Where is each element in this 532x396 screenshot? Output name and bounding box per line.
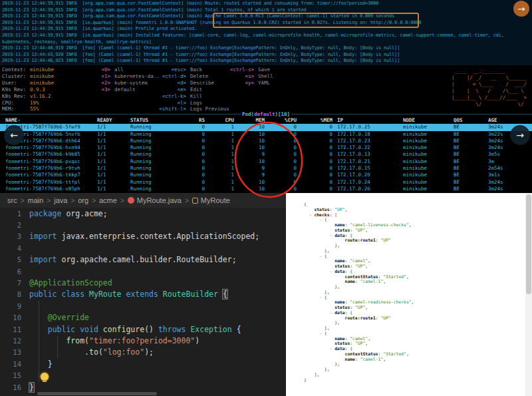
info-label: CPU: [2, 100, 30, 106]
column-header-status[interactable]: STATUS [130, 117, 178, 124]
code-line[interactable]: 9 [0, 300, 286, 311]
hotkey-item[interactable]: <y>YAML [222, 80, 273, 87]
hotkey-item[interactable]: <ctrl-s>Save [222, 67, 273, 73]
info-label: K9s Rev: [2, 87, 30, 93]
scroll-left-button[interactable]: ← [4, 125, 24, 145]
hotkey-label: Edit [190, 87, 202, 93]
line-number: 10 [0, 313, 29, 321]
pod-table: NAME↑READYSTATUSRSCPUMEM%CPU%MEMIPNODEQO… [0, 117, 532, 192]
editor-code[interactable]: 1package org.acme;23import javax.enterpr… [0, 208, 286, 393]
cluster-info-row: User:minikube [2, 80, 54, 87]
scroll-right-button[interactable]: → [510, 125, 530, 145]
json-scrollbar[interactable] [525, 193, 532, 396]
k9s-commands-2: <ctrl-s>Save<s>Shell<y>YAML [222, 67, 273, 87]
pod-row[interactable]: foometri-7587f769b6-5fwf91/1Running01100… [0, 124, 532, 130]
hotkey-item[interactable]: <l>Logs [156, 100, 229, 106]
column-header-pctmem[interactable]: %MEM [297, 117, 332, 124]
column-header-node[interactable]: NODE [403, 117, 454, 124]
hotkey-item[interactable]: <s>Shell [222, 73, 273, 80]
indent-guide [39, 301, 39, 382]
code-line[interactable]: 13 .to("log:foo"); [0, 347, 286, 358]
k9s-namespaces: <0>all<1>kubernetes-da..<2>kube-system<3… [98, 67, 160, 93]
column-header-mem[interactable]: MEM [234, 117, 265, 124]
code-line[interactable]: 8public class MyRoute extends RouteBuild… [0, 289, 286, 300]
breadcrumb-item[interactable]: acme [99, 196, 117, 204]
column-header-name[interactable]: NAME↑ [5, 117, 97, 124]
column-header-qos[interactable]: QOS [454, 117, 488, 124]
code-line[interactable]: 2 [0, 219, 286, 230]
hotkey-label: kube-system [114, 80, 148, 87]
column-header-ready[interactable]: READY [97, 117, 130, 124]
info-value: 0.9.3 [30, 87, 45, 93]
breadcrumb-separator: > [47, 197, 51, 204]
code-line[interactable]: 3import javax.enterprise.context.Applica… [0, 231, 286, 242]
pod-row[interactable]: foometri-7587f769b6-tkkp71/1Running01900… [0, 172, 532, 178]
column-header-ip[interactable]: IP [332, 117, 403, 124]
code-line[interactable]: 11 public void configure() throws Except… [0, 323, 286, 335]
breadcrumb-item[interactable]: org [78, 196, 88, 204]
pod-row[interactable]: foometri-7587f769b6-pxqxc1/1Running01100… [0, 158, 532, 165]
hotkey-item[interactable]: <d>Describe [156, 80, 229, 87]
screenshot-root: { "terminal": { "lines": [ "2019-11-23 1… [0, 0, 532, 396]
json-scrollbar-thumb[interactable] [526, 194, 531, 294]
info-value: minikube [30, 73, 54, 79]
pod-table-rows: foometri-7587f769b6-5fwf91/1Running01100… [0, 124, 532, 192]
column-header-pctcpu[interactable]: %CPU [265, 117, 297, 124]
code-line[interactable]: 6 [0, 266, 286, 277]
hotkey-item[interactable]: <0>all [98, 67, 160, 73]
java-file-icon [128, 197, 134, 204]
hotkey-item[interactable]: <ctrl-k>Kill [156, 93, 229, 100]
class-icon [192, 198, 198, 204]
column-header-cpu[interactable]: CPU [205, 117, 234, 124]
lightbulb-icon[interactable] [41, 373, 49, 381]
breadcrumb-item[interactable]: MyRoute.java [137, 196, 182, 204]
editor-horizontal-scrollbar[interactable] [37, 392, 157, 395]
cluster-info-row: K8s Rev:v1.16.2 [2, 93, 54, 100]
info-value: minikube [30, 80, 54, 86]
json-line: }, [304, 367, 525, 373]
code-line[interactable]: 10 @Override [0, 312, 286, 323]
code-line[interactable]: 16} [0, 381, 286, 393]
hotkey-item[interactable]: <e>Edit [156, 87, 229, 93]
k9s-commands: <esc>Back<ctrl-d>Delete<d>Describe<e>Edi… [156, 67, 229, 112]
json-line: } [304, 378, 525, 383]
terminal-log[interactable]: 2019-11-23 12:44:39,915 INFO [org.apa.ca… [0, 0, 532, 65]
info-label: Context: [2, 67, 30, 73]
hotkey-key: <e> [156, 87, 186, 93]
info-label: Cluster: [2, 73, 30, 80]
pod-row[interactable]: foometri-7587f769b6-r9tvh1/1Running01900… [0, 165, 532, 172]
log-line: 2019-11-23 12:44:39,915 INFO [io.quarkus… [2, 33, 532, 39]
column-header-rs[interactable]: RS [178, 117, 205, 124]
code-line[interactable]: 7@ApplicationScoped [0, 277, 286, 288]
json-line: }, [304, 321, 525, 326]
pod-row[interactable]: foometri-7587f769b6-5nxfb1/1Running01100… [0, 131, 532, 138]
breadcrumb-item[interactable]: MyRoute [201, 196, 230, 204]
hotkey-key: <d> [156, 80, 186, 87]
breadcrumb-item[interactable]: java [54, 196, 67, 204]
hotkey-item[interactable]: <esc>Back [156, 67, 229, 73]
log-line: kubernetes, resteasy, smallrye-health, s… [2, 39, 532, 46]
code-line[interactable]: 14 } [0, 358, 286, 369]
hotkey-item[interactable]: <ctrl-d>Delete [156, 73, 229, 80]
hotkey-label: Describe [190, 80, 214, 87]
hotkey-key: <ctrl-k> [156, 93, 186, 100]
pod-row[interactable]: foometri-7587f769b6-k9b851/1Running01900… [0, 151, 532, 158]
pod-row[interactable]: foometri-7587f769b6-v85ph1/1Running01100… [0, 186, 532, 192]
pod-row[interactable]: foometri-7587f769b6-ttfpl1/1Running01100… [0, 179, 532, 186]
pod-row[interactable]: foometri-7587f769b6-dth641/1Running01100… [0, 138, 532, 144]
pod-row[interactable]: foometri-7587f769b6-hxn941/1Running01100… [0, 144, 532, 151]
column-header-age[interactable]: AGE [488, 117, 528, 124]
code-line[interactable]: 5import org.apache.camel.builder.RouteBu… [0, 254, 286, 266]
code-line[interactable]: 1package org.acme; [0, 208, 286, 219]
code-line[interactable]: 4 [0, 242, 286, 254]
breadcrumb-item[interactable]: main [28, 196, 44, 204]
hotkey-item[interactable]: <2>kube-system [98, 80, 160, 87]
next-arrow-button[interactable]: → [513, 1, 529, 17]
hotkey-item[interactable]: <1>kubernetes-da.. [98, 73, 160, 80]
breadcrumb-item[interactable]: src [7, 196, 17, 204]
indent-guide [57, 336, 58, 359]
code-line[interactable]: 12 from("timer:foo?period=3000") [0, 335, 286, 346]
k9s-header: Context:minikubeCluster:minikubeUser:min… [0, 65, 532, 114]
hotkey-item[interactable]: <3>default [98, 87, 160, 93]
code-editor[interactable]: src>main>java>org>acme>MyRoute.java>MyRo… [0, 193, 286, 396]
